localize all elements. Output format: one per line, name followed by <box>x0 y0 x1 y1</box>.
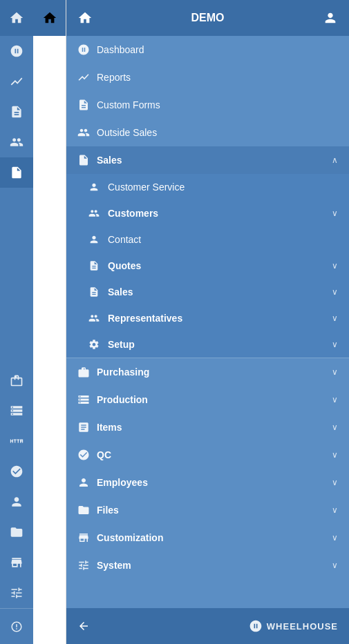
quotes-menu-icon <box>88 260 108 271</box>
items-menu-icon <box>77 421 97 433</box>
dashboard-label: Dashboard <box>97 44 338 55</box>
system-menu-icon <box>77 559 97 572</box>
sidebar-outside-sales-icon[interactable] <box>0 127 33 157</box>
reports-label: Reports <box>97 72 338 83</box>
footer-bar: WHEELHOUSE <box>66 608 349 644</box>
sidebar-reports-icon[interactable] <box>0 66 33 97</box>
menu-item-representatives[interactable]: Representatives ∨ <box>66 305 349 331</box>
quotes-label: Quotes <box>108 260 332 271</box>
sidebar-purchasing-icon[interactable] <box>0 365 33 396</box>
menu-item-customization[interactable]: Customization ∨ <box>66 524 349 552</box>
customers-menu-icon <box>88 208 108 219</box>
sidebar-sales-icon[interactable] <box>0 157 33 188</box>
files-chevron: ∨ <box>332 505 338 515</box>
files-label: Files <box>97 505 332 516</box>
menu-item-reports[interactable]: Reports <box>66 64 349 91</box>
sales-menu-icon <box>77 154 97 166</box>
files-menu-icon <box>77 504 97 516</box>
qc-label: QC <box>97 449 332 460</box>
menu-item-production[interactable]: Production ∨ <box>66 386 349 413</box>
setup-label: Setup <box>108 339 332 350</box>
footer-nav-left[interactable] <box>77 620 90 632</box>
header-user-icon[interactable] <box>323 10 338 26</box>
items-chevron: ∨ <box>332 422 338 432</box>
representatives-menu-icon <box>88 313 108 324</box>
footer-brand: WHEELHOUSE <box>249 619 338 633</box>
menu-item-system[interactable]: System ∨ <box>66 552 349 579</box>
setup-chevron: ∨ <box>332 340 338 349</box>
employees-chevron: ∨ <box>332 478 338 487</box>
menu-item-custom-forms[interactable]: Custom Forms <box>66 91 349 119</box>
sidebar-production-icon[interactable] <box>0 396 33 426</box>
header-home-icon[interactable] <box>77 10 93 26</box>
custom-forms-menu-icon <box>77 99 97 111</box>
sidebar-customization-icon[interactable] <box>0 547 33 578</box>
production-menu-icon <box>77 393 97 406</box>
custom-forms-label: Custom Forms <box>97 99 338 110</box>
sales-sub-menu-icon <box>88 286 108 297</box>
setup-menu-icon <box>88 339 108 350</box>
middle-sidebar <box>33 0 66 644</box>
employees-menu-icon <box>77 476 97 489</box>
sidebar-items-icon[interactable] <box>0 426 33 456</box>
outside-sales-label: Outside Sales <box>97 127 338 138</box>
sidebar-bottom-icons <box>0 365 33 608</box>
contact-menu-icon <box>88 234 108 245</box>
sidebar-dashboard-icon[interactable] <box>0 36 33 66</box>
menu-item-quotes[interactable]: Quotes ∨ <box>66 253 349 279</box>
customers-chevron: ∨ <box>332 208 338 218</box>
sidebar-top-icons <box>0 36 33 188</box>
brand-name: WHEELHOUSE <box>267 621 338 632</box>
customization-label: Customization <box>97 532 332 543</box>
main-header: DEMO <box>66 0 349 36</box>
qc-chevron: ∨ <box>332 450 338 460</box>
menu-item-items[interactable]: Items ∨ <box>66 413 349 441</box>
customers-label: Customers <box>108 208 332 219</box>
system-chevron: ∨ <box>332 560 338 570</box>
menu-item-setup[interactable]: Setup ∨ <box>66 331 349 358</box>
header-title: DEMO <box>93 12 323 24</box>
menu-item-dashboard[interactable]: Dashboard <box>66 36 349 64</box>
sales-sub-label: Sales <box>108 286 332 297</box>
items-label: Items <box>97 422 332 433</box>
customization-chevron: ∨ <box>332 533 338 543</box>
menu-item-outside-sales[interactable]: Outside Sales <box>66 119 349 146</box>
menu-item-sales-sub[interactable]: Sales ∨ <box>66 279 349 305</box>
production-chevron: ∨ <box>332 395 338 404</box>
outside-sales-menu-icon <box>77 126 97 139</box>
sidebar-qc-icon[interactable] <box>0 456 33 487</box>
purchasing-label: Purchasing <box>97 367 332 378</box>
customer-service-menu-icon <box>88 182 108 193</box>
sales-label: Sales <box>97 155 332 166</box>
production-label: Production <box>97 394 332 405</box>
purchasing-menu-icon <box>77 366 97 378</box>
menu-item-contact[interactable]: Contact <box>66 226 349 253</box>
employees-label: Employees <box>97 477 332 488</box>
middle-sidebar-top <box>33 0 66 36</box>
contact-label: Contact <box>108 234 338 245</box>
sidebar-employees-icon[interactable] <box>0 487 33 517</box>
sidebar-footer-icon[interactable] <box>0 608 33 644</box>
representatives-chevron: ∨ <box>332 313 338 323</box>
icon-sidebar <box>0 0 33 644</box>
sidebar-files-icon[interactable] <box>0 517 33 547</box>
sidebar-system-icon[interactable] <box>0 578 33 608</box>
menu-item-customer-service[interactable]: Customer Service <box>66 174 349 200</box>
reports-menu-icon <box>77 71 97 84</box>
menu-item-qc[interactable]: QC ∨ <box>66 441 349 469</box>
sidebar-home-icon[interactable] <box>0 0 33 36</box>
menu-item-customers[interactable]: Customers ∨ <box>66 200 349 226</box>
menu-item-employees[interactable]: Employees ∨ <box>66 469 349 496</box>
customer-service-label: Customer Service <box>108 182 338 193</box>
brand-logo-icon <box>249 619 263 633</box>
menu-item-sales[interactable]: Sales ∧ <box>66 146 349 174</box>
dashboard-menu-icon <box>77 43 97 56</box>
purchasing-chevron: ∨ <box>332 367 338 377</box>
sidebar-forms-icon[interactable] <box>0 97 33 127</box>
menu-item-files[interactable]: Files ∨ <box>66 496 349 524</box>
main-menu-panel: DEMO Dashboard Reports <box>66 0 349 644</box>
footer-back-icon[interactable] <box>77 620 90 632</box>
qc-menu-icon <box>77 449 97 461</box>
menu-item-purchasing[interactable]: Purchasing ∨ <box>66 358 349 386</box>
sales-chevron: ∧ <box>332 155 338 165</box>
